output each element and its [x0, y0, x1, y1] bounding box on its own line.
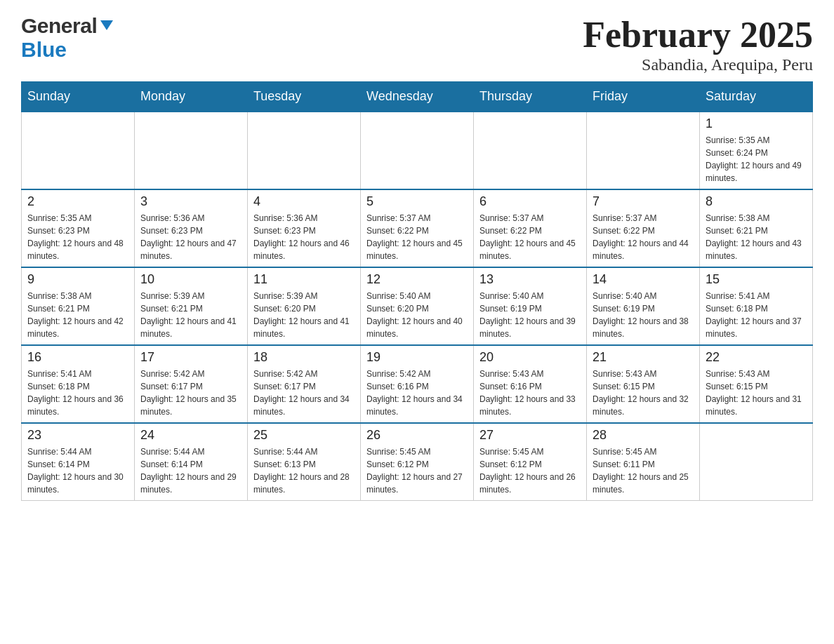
calendar-day-cell: 6Sunrise: 5:37 AMSunset: 6:22 PMDaylight…	[474, 189, 587, 267]
calendar-day-cell	[135, 112, 248, 189]
calendar-day-cell: 10Sunrise: 5:39 AMSunset: 6:21 PMDayligh…	[135, 267, 248, 345]
calendar-day-cell: 19Sunrise: 5:42 AMSunset: 6:16 PMDayligh…	[361, 345, 474, 423]
day-number: 15	[706, 272, 807, 287]
calendar-day-cell: 25Sunrise: 5:44 AMSunset: 6:13 PMDayligh…	[248, 423, 361, 501]
day-number: 24	[140, 428, 241, 443]
calendar-week-row: 9Sunrise: 5:38 AMSunset: 6:21 PMDaylight…	[22, 267, 813, 345]
calendar-header-row: SundayMondayTuesdayWednesdayThursdayFrid…	[22, 82, 813, 112]
day-info: Sunrise: 5:42 AMSunset: 6:17 PMDaylight:…	[140, 368, 241, 418]
day-info: Sunrise: 5:45 AMSunset: 6:12 PMDaylight:…	[479, 445, 581, 496]
calendar-day-cell: 4Sunrise: 5:36 AMSunset: 6:23 PMDaylight…	[248, 189, 361, 267]
day-number: 4	[253, 194, 355, 209]
calendar-day-cell: 5Sunrise: 5:37 AMSunset: 6:22 PMDaylight…	[361, 189, 474, 267]
logo-blue-text: Blue	[21, 38, 67, 61]
logo-general-text: General	[21, 14, 97, 38]
day-number: 8	[706, 194, 807, 209]
day-number: 28	[593, 428, 694, 443]
calendar-day-cell: 27Sunrise: 5:45 AMSunset: 6:12 PMDayligh…	[474, 423, 587, 501]
day-number: 22	[706, 350, 807, 365]
day-info: Sunrise: 5:37 AMSunset: 6:22 PMDaylight:…	[593, 212, 694, 262]
day-number: 18	[253, 350, 355, 365]
day-number: 2	[27, 194, 128, 209]
day-number: 12	[366, 272, 468, 287]
day-number: 16	[27, 350, 128, 365]
calendar-day-cell: 2Sunrise: 5:35 AMSunset: 6:23 PMDaylight…	[22, 189, 135, 267]
calendar-day-cell: 16Sunrise: 5:41 AMSunset: 6:18 PMDayligh…	[22, 345, 135, 423]
day-number: 23	[27, 428, 128, 443]
day-number: 21	[593, 350, 694, 365]
day-info: Sunrise: 5:41 AMSunset: 6:18 PMDaylight:…	[27, 368, 128, 418]
day-info: Sunrise: 5:36 AMSunset: 6:23 PMDaylight:…	[140, 212, 241, 262]
calendar-day-cell	[22, 112, 135, 189]
calendar-day-cell: 24Sunrise: 5:44 AMSunset: 6:14 PMDayligh…	[135, 423, 248, 501]
calendar-day-cell: 3Sunrise: 5:36 AMSunset: 6:23 PMDaylight…	[135, 189, 248, 267]
day-info: Sunrise: 5:43 AMSunset: 6:16 PMDaylight:…	[479, 368, 581, 418]
title-area: February 2025 Sabandia, Arequipa, Peru	[583, 14, 813, 74]
day-of-week-header: Tuesday	[248, 82, 361, 112]
calendar-week-row: 2Sunrise: 5:35 AMSunset: 6:23 PMDaylight…	[22, 189, 813, 267]
day-number: 17	[140, 350, 241, 365]
day-info: Sunrise: 5:39 AMSunset: 6:21 PMDaylight:…	[140, 290, 241, 340]
calendar-day-cell: 7Sunrise: 5:37 AMSunset: 6:22 PMDaylight…	[587, 189, 700, 267]
day-info: Sunrise: 5:40 AMSunset: 6:19 PMDaylight:…	[593, 290, 694, 340]
day-number: 6	[479, 194, 581, 209]
calendar-day-cell	[700, 423, 813, 501]
day-info: Sunrise: 5:37 AMSunset: 6:22 PMDaylight:…	[479, 212, 581, 262]
calendar-day-cell: 22Sunrise: 5:43 AMSunset: 6:15 PMDayligh…	[700, 345, 813, 423]
calendar-day-cell	[248, 112, 361, 189]
calendar-day-cell: 26Sunrise: 5:45 AMSunset: 6:12 PMDayligh…	[361, 423, 474, 501]
day-of-week-header: Saturday	[700, 82, 813, 112]
calendar-day-cell: 13Sunrise: 5:40 AMSunset: 6:19 PMDayligh…	[474, 267, 587, 345]
day-info: Sunrise: 5:38 AMSunset: 6:21 PMDaylight:…	[706, 212, 807, 262]
calendar-table: SundayMondayTuesdayWednesdayThursdayFrid…	[21, 81, 813, 501]
day-info: Sunrise: 5:36 AMSunset: 6:23 PMDaylight:…	[253, 212, 355, 262]
calendar-day-cell: 9Sunrise: 5:38 AMSunset: 6:21 PMDaylight…	[22, 267, 135, 345]
day-number: 26	[366, 428, 468, 443]
day-of-week-header: Thursday	[474, 82, 587, 112]
logo: General Blue	[21, 14, 114, 62]
day-number: 25	[253, 428, 355, 443]
calendar-day-cell: 20Sunrise: 5:43 AMSunset: 6:16 PMDayligh…	[474, 345, 587, 423]
calendar-subtitle: Sabandia, Arequipa, Peru	[583, 55, 813, 74]
calendar-day-cell: 15Sunrise: 5:41 AMSunset: 6:18 PMDayligh…	[700, 267, 813, 345]
calendar-day-cell: 23Sunrise: 5:44 AMSunset: 6:14 PMDayligh…	[22, 423, 135, 501]
day-number: 20	[479, 350, 581, 365]
day-number: 27	[479, 428, 581, 443]
svg-marker-0	[100, 20, 113, 30]
day-of-week-header: Monday	[135, 82, 248, 112]
day-of-week-header: Wednesday	[361, 82, 474, 112]
page-header: General Blue February 2025 Sabandia, Are…	[21, 14, 813, 74]
day-info: Sunrise: 5:40 AMSunset: 6:20 PMDaylight:…	[366, 290, 468, 340]
calendar-day-cell	[474, 112, 587, 189]
day-info: Sunrise: 5:42 AMSunset: 6:16 PMDaylight:…	[366, 368, 468, 418]
calendar-title: February 2025	[583, 14, 813, 55]
calendar-day-cell: 11Sunrise: 5:39 AMSunset: 6:20 PMDayligh…	[248, 267, 361, 345]
day-number: 13	[479, 272, 581, 287]
day-info: Sunrise: 5:44 AMSunset: 6:14 PMDaylight:…	[27, 445, 128, 496]
day-number: 7	[593, 194, 694, 209]
calendar-day-cell	[587, 112, 700, 189]
calendar-day-cell: 1Sunrise: 5:35 AMSunset: 6:24 PMDaylight…	[700, 112, 813, 189]
day-info: Sunrise: 5:42 AMSunset: 6:17 PMDaylight:…	[253, 368, 355, 418]
day-number: 1	[706, 116, 807, 131]
calendar-week-row: 16Sunrise: 5:41 AMSunset: 6:18 PMDayligh…	[22, 345, 813, 423]
logo-arrow-icon	[99, 18, 114, 36]
calendar-week-row: 1Sunrise: 5:35 AMSunset: 6:24 PMDaylight…	[22, 112, 813, 189]
day-info: Sunrise: 5:39 AMSunset: 6:20 PMDaylight:…	[253, 290, 355, 340]
calendar-day-cell: 14Sunrise: 5:40 AMSunset: 6:19 PMDayligh…	[587, 267, 700, 345]
day-number: 19	[366, 350, 468, 365]
calendar-day-cell	[361, 112, 474, 189]
day-number: 3	[140, 194, 241, 209]
day-info: Sunrise: 5:37 AMSunset: 6:22 PMDaylight:…	[366, 212, 468, 262]
calendar-day-cell: 18Sunrise: 5:42 AMSunset: 6:17 PMDayligh…	[248, 345, 361, 423]
day-info: Sunrise: 5:41 AMSunset: 6:18 PMDaylight:…	[706, 290, 807, 340]
day-info: Sunrise: 5:40 AMSunset: 6:19 PMDaylight:…	[479, 290, 581, 340]
day-info: Sunrise: 5:45 AMSunset: 6:11 PMDaylight:…	[593, 445, 694, 496]
day-of-week-header: Friday	[587, 82, 700, 112]
day-info: Sunrise: 5:45 AMSunset: 6:12 PMDaylight:…	[366, 445, 468, 496]
day-info: Sunrise: 5:38 AMSunset: 6:21 PMDaylight:…	[27, 290, 128, 340]
day-info: Sunrise: 5:44 AMSunset: 6:13 PMDaylight:…	[253, 445, 355, 496]
day-info: Sunrise: 5:35 AMSunset: 6:23 PMDaylight:…	[27, 212, 128, 262]
day-number: 5	[366, 194, 468, 209]
day-info: Sunrise: 5:44 AMSunset: 6:14 PMDaylight:…	[140, 445, 241, 496]
